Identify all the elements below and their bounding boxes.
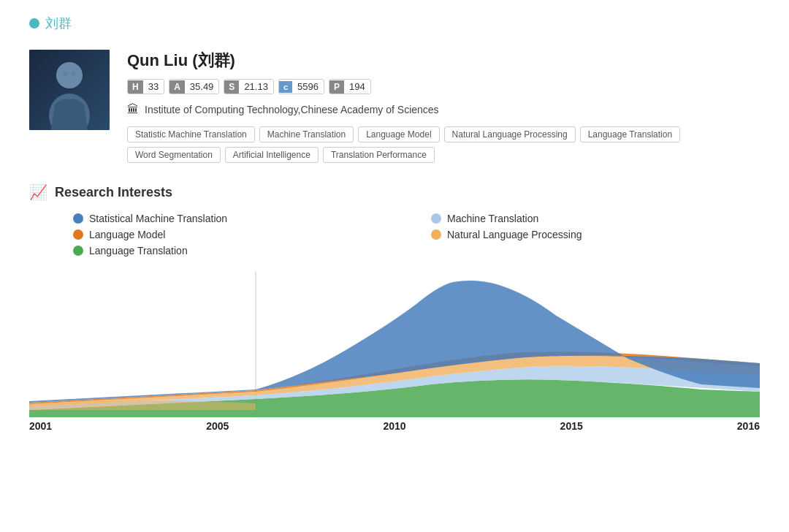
legend-dot [73, 229, 83, 240]
legend-dot [73, 246, 83, 256]
legend-item: Machine Translation [431, 213, 760, 224]
tag[interactable]: Statistic Machine Translation [127, 126, 255, 142]
stat-value: 194 [344, 80, 370, 94]
svg-point-2 [56, 62, 83, 88]
stat-value: 33 [143, 80, 164, 94]
svg-point-4 [63, 72, 67, 76]
legend-item: Language Model [73, 229, 402, 240]
chart-icon: 📈 [29, 183, 47, 201]
x-axis-labels: 20012005201020152016 [29, 420, 760, 432]
section-title: 📈 Research Interests [29, 183, 760, 201]
stat-badge: A 35.49 [169, 79, 219, 94]
legend-label: Statistical Machine Translation [89, 213, 227, 224]
legend-item: Statistical Machine Translation [73, 213, 402, 224]
stat-label: A [169, 80, 185, 94]
stats-row: H 33 A 35.49 S 21.13 c 5596 P 194 [127, 79, 760, 94]
x-axis-label: 2016 [737, 420, 760, 432]
profile-info: Qun Liu (刘群) H 33 A 35.49 S 21.13 c 5596… [127, 50, 760, 163]
x-axis-label: 2005 [206, 420, 229, 432]
tag[interactable]: Language Translation [580, 126, 680, 142]
legend-grid: Statistical Machine Translation Machine … [29, 213, 760, 256]
tag[interactable]: Natural Language Processing [444, 126, 576, 142]
stat-badge: H 33 [127, 79, 164, 94]
breadcrumb-text: 刘群 [45, 15, 72, 32]
research-section: 📈 Research Interests Statistical Machine… [29, 183, 760, 432]
stat-value: 21.13 [239, 80, 273, 94]
x-axis-label: 2010 [383, 420, 405, 432]
institution-row: 🏛 Institute of Computing Technology,Chin… [127, 103, 760, 116]
stat-badge: S 21.13 [224, 79, 274, 94]
area-chart [29, 271, 760, 417]
x-axis-label: 2015 [560, 420, 583, 432]
legend-label: Language Translation [89, 245, 188, 256]
legend-label: Language Model [89, 229, 165, 240]
x-axis-label: 2001 [29, 420, 52, 432]
stat-label: P [329, 80, 344, 94]
legend-label: Machine Translation [447, 213, 538, 224]
stat-badge: c 5596 [278, 79, 324, 94]
tag[interactable]: Artificial Intelligence [225, 147, 319, 163]
legend-dot [73, 213, 83, 224]
stat-value: 5596 [292, 80, 324, 94]
stat-label: c [279, 81, 292, 93]
institution-icon: 🏛 [127, 103, 139, 116]
tag[interactable]: Language Model [358, 126, 439, 142]
breadcrumb: 刘群 [29, 15, 760, 32]
page-wrapper: 刘群 [0, 0, 789, 454]
profile-section: Qun Liu (刘群) H 33 A 35.49 S 21.13 c 5596… [29, 50, 760, 163]
breadcrumb-dot [29, 18, 39, 28]
legend-label: Natural Language Processing [447, 229, 582, 240]
tag[interactable]: Machine Translation [259, 126, 354, 142]
legend-dot [431, 213, 441, 224]
stat-badge: P 194 [329, 79, 371, 94]
legend-dot [431, 229, 441, 240]
institution-name: Institute of Computing Technology,Chines… [145, 104, 439, 115]
stat-value: 35.49 [185, 80, 219, 94]
stat-label: S [224, 80, 239, 94]
avatar [29, 50, 110, 130]
legend-item: Natural Language Processing [431, 229, 760, 240]
chart-container [29, 271, 760, 417]
svg-point-5 [72, 72, 76, 76]
section-title-text: Research Interests [55, 185, 172, 200]
tag[interactable]: Translation Performance [323, 147, 435, 163]
tags-row: Statistic Machine TranslationMachine Tra… [127, 126, 760, 163]
profile-name: Qun Liu (刘群) [127, 50, 760, 72]
legend-item: Language Translation [73, 245, 402, 256]
stat-label: H [128, 80, 143, 94]
tag[interactable]: Word Segmentation [127, 147, 221, 163]
